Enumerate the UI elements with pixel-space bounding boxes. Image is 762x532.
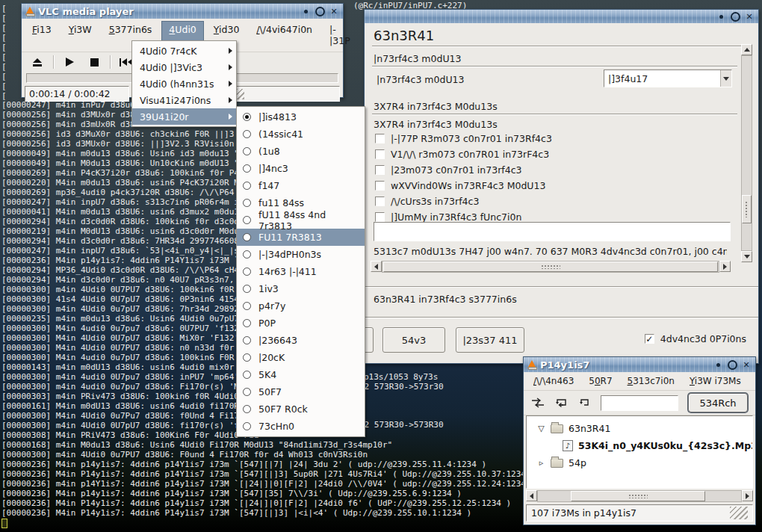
expander-open-icon[interactable]: ▽	[537, 424, 545, 433]
interface-checkbox-row[interactable]: V1/\/\ r3m073 c0n7R01 in73rF4c3	[375, 148, 549, 161]
terminal-log-line: [00000236] m4in p14Y1is7: 4ddin6 p14y1is…	[1, 479, 536, 489]
equalizer-preset-label: (14ssic41	[258, 129, 303, 140]
shade-button[interactable]	[716, 11, 726, 22]
playlist-titlebar[interactable]: P14y1is7	[524, 357, 755, 372]
equalizer-preset-item[interactable]: |-|34dPH0n3s	[237, 246, 365, 263]
reset-all-button[interactable]: |23s37 411	[456, 327, 524, 353]
interface-checkbox-row[interactable]: |23m073 c0n7r01 in73rf4c3	[375, 164, 521, 176]
equalizer-preset-item[interactable]: |236643	[237, 332, 365, 349]
terminal-log-fragment: p13s/1053 8y73s	[364, 372, 438, 382]
scroll-down-button[interactable]	[741, 251, 752, 262]
audio-menu-item[interactable]: 4Udi0 (h4nn31s	[132, 75, 236, 92]
equalizer-preset-item[interactable]: 5K4	[237, 366, 365, 383]
shade-button[interactable]	[713, 359, 723, 370]
menubar-item[interactable]: /\/4vi647i0n	[249, 21, 320, 50]
equalizer-preset-item[interactable]: P0P	[237, 315, 365, 332]
menu-item-label: 39U41i20r	[140, 111, 188, 123]
equalizer-preset-item[interactable]: 14r63 |-|411	[237, 263, 365, 280]
maximize-button[interactable]	[315, 6, 325, 16]
stop-button[interactable]	[83, 55, 105, 69]
menu-item-label: 4Udi0 |]3Vic3	[140, 62, 202, 73]
loop-button[interactable]	[551, 395, 571, 411]
equalizer-preset-item[interactable]: 1iv3	[237, 280, 365, 297]
close-button[interactable]	[744, 11, 755, 22]
terminal-log-line: [00000236] M4in p14y1is7: 4ddin6 p14Y1is…	[1, 460, 536, 469]
equalizer-preset-item[interactable]: |]is4813	[237, 108, 365, 126]
clipped-button[interactable]	[365, 327, 374, 353]
interface-checkbox-row[interactable]: wXVVind0Ws in73RF4c3 M0dU13	[375, 179, 545, 192]
interface-checkbox-row[interactable]: |-|77P R3m073 c0n7r01 in73Rf4c3	[375, 132, 552, 145]
save-button[interactable]: 54v3	[382, 327, 445, 353]
interface-checkbox-row[interactable]: /\/cUrs3s in73rf4c3	[375, 195, 479, 208]
equalizer-preset-item[interactable]: (14ssic41	[237, 126, 365, 143]
play-button[interactable]	[58, 55, 81, 69]
scrollbar-thumb[interactable]	[571, 491, 705, 501]
equalizer-preset-label: FU11 7R3813	[258, 232, 322, 243]
preferences-titlebar[interactable]	[365, 10, 758, 23]
equalizer-preset-item[interactable]: 73cHn0	[237, 418, 365, 435]
menubar-item[interactable]: Yi3W i73Ms	[684, 374, 746, 389]
modules-field[interactable]	[374, 222, 731, 241]
audio-menu-item[interactable]: 4Udi0 7r4cK	[132, 43, 236, 59]
equalizer-preset-item[interactable]: |20cK	[237, 349, 365, 366]
vlc-titlebar[interactable]: VLC media player	[22, 4, 343, 19]
scroll-left-button[interactable]	[526, 490, 537, 501]
menubar-item[interactable]: Yi3W	[61, 21, 99, 50]
menubar-item-label: Yid30	[214, 24, 240, 35]
horizontal-scrollbar[interactable]	[526, 490, 753, 502]
equalizer-preset-item[interactable]: f147	[237, 177, 365, 194]
tree-group-sap[interactable]: ▹ 54p	[528, 454, 751, 471]
menubar-item[interactable]: Fi13	[25, 21, 59, 50]
equalizer-preset-item[interactable]: 50F7 R0ck	[237, 400, 365, 418]
equalizer-preset-item[interactable]: fU11 84ss 4nd 7r3813	[237, 211, 365, 229]
scrollbar-track[interactable]	[382, 261, 719, 273]
equalizer-preset-item[interactable]: (1u8	[237, 143, 365, 160]
toolbar-separator	[110, 55, 111, 69]
maximize-button[interactable]	[727, 359, 737, 370]
search-input[interactable]	[601, 395, 678, 411]
search-button[interactable]: 534Rch	[688, 393, 748, 412]
scroll-right-button[interactable]	[719, 261, 731, 272]
vertical-scrollbar[interactable]	[741, 44, 752, 262]
audio-menu-item[interactable]: 4Udi0 |]3Vic3	[132, 59, 236, 75]
terminal-log-line: [	[1, 23, 7, 33]
scrollbar-track[interactable]	[741, 55, 752, 251]
scroll-left-button[interactable]	[371, 261, 382, 272]
chevron-down-icon[interactable]	[720, 70, 731, 87]
maximize-button[interactable]	[730, 11, 740, 22]
tree-group-general[interactable]: ▽ 63n3R41	[528, 420, 751, 437]
resize-grip[interactable]	[730, 507, 748, 519]
scroll-right-button[interactable]	[742, 490, 753, 501]
menubar-item[interactable]: 50R7	[583, 374, 617, 389]
advanced-options-checkbox[interactable]: 4dv4nc3d 0P7i0ns	[645, 333, 746, 344]
random-order-button[interactable]	[528, 395, 548, 411]
radio-icon	[243, 353, 251, 362]
scrollbar-thumb[interactable]	[742, 195, 752, 223]
close-button[interactable]	[741, 359, 752, 370]
radio-icon	[243, 182, 251, 190]
playlist-statusbar: 107 i73Ms in p14y1is7	[526, 504, 753, 522]
menu-item-label: 4Udi0 (h4nn31s	[140, 78, 214, 90]
tree-track-item[interactable]: 53K4i_n0_y4KUs0ku_{42s3c}.Mp3	[528, 437, 751, 454]
repeat-button[interactable]	[574, 395, 594, 411]
horizontal-scrollbar[interactable]	[371, 261, 731, 273]
close-button[interactable]	[329, 6, 339, 16]
interface-module-select[interactable]: |]3f4u17	[604, 69, 732, 87]
expander-closed-icon[interactable]: ▹	[537, 458, 545, 468]
scrollbar-track[interactable]	[537, 490, 742, 502]
menubar-item[interactable]: |-|31P	[322, 21, 358, 50]
preferences-body: 63n3R41 |n73rf4c3 m0dU13 |n73rf4c3 m0dU1…	[365, 23, 758, 363]
scroll-up-button[interactable]	[741, 44, 752, 55]
equalizer-preset-label: f147	[258, 180, 279, 191]
menubar-item[interactable]: /\/\4n463	[528, 374, 579, 389]
audio-menu-item[interactable]: Visu41i247i0ns	[132, 92, 236, 108]
audio-menu-item[interactable]: 39U41i20r	[132, 108, 236, 125]
equalizer-preset-item[interactable]: 50F7	[237, 383, 365, 400]
scrollbar-thumb[interactable]	[383, 262, 718, 272]
equalizer-preset-item[interactable]: |]4nc3	[237, 160, 365, 177]
eject-button[interactable]	[26, 55, 49, 69]
shade-button[interactable]	[300, 6, 311, 16]
equalizer-preset-item[interactable]: p4r7y	[237, 297, 365, 315]
menubar-item[interactable]: 5313c7i0n	[622, 374, 680, 389]
terminal-log-line: [	[1, 43, 7, 52]
